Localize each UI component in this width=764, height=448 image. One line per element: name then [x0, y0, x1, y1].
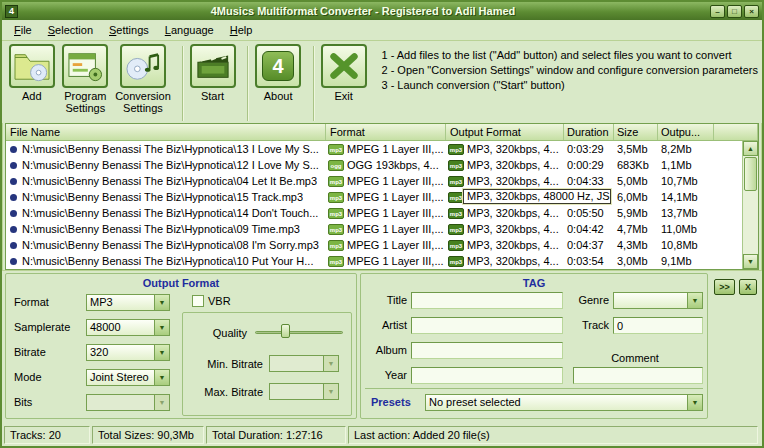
chevron-down-icon: ▼ — [154, 295, 169, 310]
file-name: N:\music\Benny Benassi The Biz\Hypnotica… — [22, 190, 303, 205]
about-button[interactable]: 4 About — [254, 44, 302, 102]
output-format-icon: mp3 — [448, 144, 464, 155]
output-format-cell: mp3MP3, 320kbps, 4... — [446, 237, 564, 253]
output-format-icon: mp3 — [448, 240, 464, 251]
quality-slider[interactable] — [255, 323, 343, 340]
toolbar-separator — [313, 46, 315, 121]
title-input[interactable] — [411, 292, 563, 309]
source-format-icon: mp3 — [328, 144, 344, 155]
presets-divider — [365, 388, 703, 389]
add-button[interactable]: Add — [8, 44, 56, 102]
table-row[interactable]: N:\music\Benny Benassi The Biz\Hypnotica… — [6, 253, 742, 269]
scrollbar-down-button[interactable]: ▼ — [743, 254, 758, 269]
output-size-cell: 10,8Mb — [658, 237, 714, 253]
chevron-down-icon: ▼ — [154, 395, 169, 410]
column-header-size[interactable]: Size — [614, 124, 658, 140]
table-row[interactable]: N:\music\Benny Benassi The Biz\Hypnotica… — [6, 237, 742, 253]
table-row[interactable]: N:\music\Benny Benassi The Biz\Hypnotica… — [6, 221, 742, 237]
genre-label: Genre — [567, 292, 609, 309]
artist-input[interactable] — [411, 317, 563, 334]
file-name-cell: N:\music\Benny Benassi The Biz\Hypnotica… — [6, 221, 326, 237]
column-header-duration[interactable]: Duration — [564, 124, 614, 140]
samplerate-select[interactable]: 48000▼ — [86, 319, 170, 336]
duration-cell: 0:04:33 — [564, 173, 614, 189]
format-label: Format — [14, 294, 49, 311]
min-bitrate-select[interactable]: ▼ — [269, 355, 339, 372]
menu-item-help[interactable]: Help — [222, 22, 261, 38]
table-row[interactable]: N:\music\Benny Benassi The Biz\Hypnotica… — [6, 173, 742, 189]
minimize-button[interactable]: – — [710, 5, 725, 18]
vbr-checkbox-label: VBR — [208, 295, 231, 307]
duration-cell: 0:04:42 — [564, 221, 614, 237]
program-settings-button[interactable]: Program Settings — [62, 44, 110, 114]
table-row[interactable]: N:\music\Benny Benassi The Biz\Hypnotica… — [6, 157, 742, 173]
scrollbar-thumb[interactable] — [744, 157, 757, 191]
menu-item-language[interactable]: Language — [157, 22, 222, 38]
source-format: OGG 193kbps, 4... — [347, 158, 439, 173]
duration-cell: 0:00:29 — [564, 157, 614, 173]
track-label: Track — [567, 317, 609, 334]
vertical-scrollbar[interactable]: ▲ ▼ — [742, 141, 758, 269]
toolbar-separator — [182, 46, 184, 121]
source-format: MPEG 1 Layer III,... — [347, 222, 444, 237]
chevron-down-icon: ▼ — [323, 356, 338, 371]
column-header-file-name[interactable]: File Name — [6, 124, 326, 140]
min-bitrate-label: Min. Bitrate — [187, 356, 263, 373]
table-row[interactable]: N:\music\Benny Benassi The Biz\Hypnotica… — [6, 141, 742, 157]
genre-select[interactable]: ▼ — [613, 292, 703, 309]
output-format: MP3, 320kbps, 4... — [467, 222, 559, 237]
close-button[interactable]: × — [744, 5, 759, 18]
output-format-cell: mp3MP3, 320kbps, 4... — [446, 141, 564, 157]
vbr-checkbox[interactable]: VBR — [192, 295, 231, 307]
presets-select[interactable]: No preset selected▼ — [425, 394, 703, 411]
output-size-cell: 8,2Mb — [658, 141, 714, 157]
menu-item-selection[interactable]: Selection — [40, 22, 101, 38]
bitrate-select[interactable]: 320▼ — [86, 344, 170, 361]
year-input[interactable] — [411, 367, 563, 384]
size-cell: 6,0Mb — [614, 189, 658, 205]
status-total-sizes: Total Sizes: 90,3Mb — [92, 426, 204, 444]
column-header-output-size[interactable]: Outpu... — [658, 124, 714, 140]
samplerate-label: Samplerate — [14, 319, 70, 336]
format-cell: mp3MPEG 1 Layer III,... — [326, 189, 446, 205]
file-name: N:\music\Benny Benassi The Biz\Hypnotica… — [22, 238, 319, 253]
track-bullet-icon — [10, 210, 17, 217]
menu-item-settings[interactable]: Settings — [101, 22, 157, 38]
track-input[interactable] — [613, 317, 703, 334]
table-row[interactable]: N:\music\Benny Benassi The Biz\Hypnotica… — [6, 205, 742, 221]
bottom-panel: Output Format Format MP3▼ Samplerate 480… — [2, 270, 762, 424]
album-input[interactable] — [411, 342, 563, 359]
conversion-settings-button-label: Conversion Settings — [115, 90, 171, 114]
start-icon — [190, 44, 236, 88]
output-format-group: Output Format Format MP3▼ Samplerate 480… — [5, 273, 357, 419]
column-header-format[interactable]: Format — [326, 124, 446, 140]
file-name-cell: N:\music\Benny Benassi The Biz\Hypnotica… — [6, 237, 326, 253]
bits-select[interactable]: ▼ — [86, 394, 170, 411]
source-format: MPEG 1 Layer III,... — [347, 238, 444, 253]
menu-item-file[interactable]: File — [6, 22, 40, 38]
output-format-editbox[interactable]: MP3, 320kbps, 48000 Hz, JS — [463, 189, 611, 204]
close-panel-button[interactable]: X — [739, 279, 757, 295]
track-bullet-icon — [10, 146, 17, 153]
conversion-settings-button[interactable]: Conversion Settings — [115, 44, 171, 114]
start-button[interactable]: Start — [189, 44, 237, 102]
source-format-icon: mp3 — [328, 192, 344, 203]
output-format-icon: mp3 — [448, 224, 464, 235]
format-cell: mp3MPEG 1 Layer III,... — [326, 237, 446, 253]
comment-input[interactable] — [573, 367, 703, 384]
scrollbar-up-button[interactable]: ▲ — [743, 141, 758, 156]
expand-panel-button[interactable]: >> — [714, 279, 735, 295]
table-row[interactable]: MP3, 320kbps, 48000 Hz, JSN:\music\Benny… — [6, 189, 742, 205]
format-select[interactable]: MP3▼ — [86, 294, 170, 311]
mode-select[interactable]: Joint Stereo▼ — [86, 369, 170, 386]
mode-label: Mode — [14, 369, 42, 386]
maximize-button[interactable]: □ — [727, 5, 742, 18]
quality-slider-handle[interactable] — [281, 324, 290, 338]
max-bitrate-select[interactable]: ▼ — [269, 383, 339, 400]
about-icon: 4 — [255, 44, 301, 88]
column-header-output-format[interactable]: Output Format — [446, 124, 564, 140]
file-name: N:\music\Benny Benassi The Biz\Hypnotica… — [22, 142, 319, 157]
add-files-icon — [9, 44, 55, 88]
exit-button[interactable]: Exit — [320, 44, 368, 102]
scrollbar-track[interactable] — [743, 192, 758, 254]
